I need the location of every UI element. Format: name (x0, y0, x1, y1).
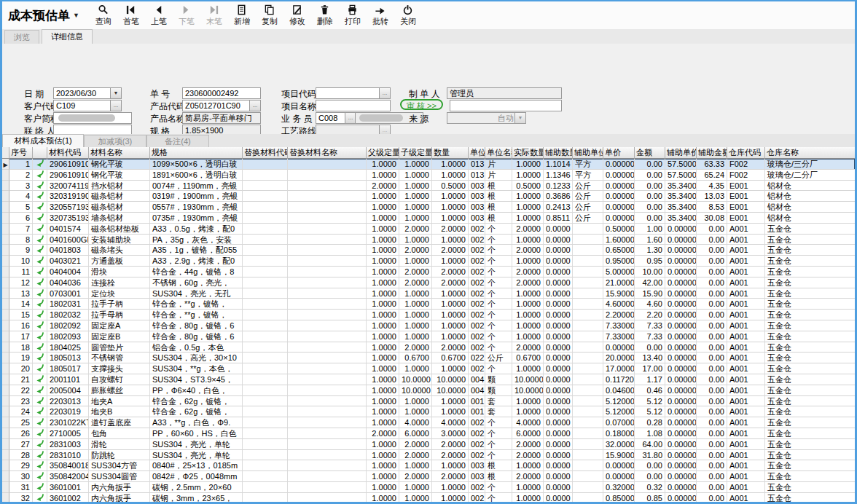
row-indicator[interactable] (2, 471, 9, 482)
cell[interactable]: 2.0000 (432, 277, 469, 288)
column-header[interactable]: 材料代码 (47, 147, 89, 159)
cell[interactable]: 0404036 (47, 277, 89, 288)
cell[interactable]: 0.28 (635, 417, 665, 428)
cell[interactable]: 0.00000 (603, 181, 635, 192)
cell[interactable] (573, 310, 603, 320)
cell[interactable]: 锌合金，62g，镀铬， (150, 406, 243, 417)
cell[interactable]: A001 (727, 299, 765, 310)
cell[interactable]: 滑轮 (89, 439, 150, 450)
cell[interactable]: 1.60000 (603, 235, 635, 245)
cell[interactable]: 6.0000 (512, 428, 544, 439)
cell[interactable]: 0.00000 (603, 460, 635, 471)
cell[interactable]: 002 (469, 428, 485, 439)
cell[interactable]: 五金仓 (765, 224, 855, 235)
cell[interactable]: 1.0000 (432, 256, 469, 267)
cell[interactable]: 安装辅助块 (89, 235, 150, 245)
cell[interactable]: 0.3686 (544, 191, 573, 202)
row-indicator[interactable] (2, 331, 9, 342)
cell[interactable] (288, 374, 367, 385)
cell[interactable]: 0.0000 (544, 396, 573, 407)
cell[interactable]: 0842#，Φ25，0048mm (150, 471, 243, 482)
cell[interactable]: 五金仓 (765, 277, 855, 288)
cell[interactable]: 1.0000 (399, 299, 432, 310)
cell[interactable]: A001 (727, 396, 765, 407)
status-icon-cell[interactable] (33, 439, 47, 450)
cell[interactable]: 2.0000 (432, 450, 469, 461)
cell[interactable]: 1.0000 (367, 202, 399, 213)
cell[interactable]: 地夹A (89, 396, 150, 407)
cell[interactable]: 支撑接头 (89, 363, 150, 374)
cell[interactable]: 1.0000 (399, 256, 432, 267)
cell[interactable]: 0.00000 (665, 342, 697, 353)
cell[interactable] (573, 288, 603, 299)
cell[interactable]: 10.0000 (512, 374, 544, 385)
cell[interactable]: 23 (9, 396, 33, 407)
table-row[interactable]: 323601002内六角扳手碳钢，3mm，23×65，1.00001.00001… (2, 493, 855, 504)
cell[interactable]: 0.00000 (665, 267, 697, 277)
table-row[interactable]: 232203013地夹A锌合金，62g，镀铬，1.00001.00001.000… (2, 396, 855, 407)
cell[interactable]: 根 (485, 213, 512, 224)
cell[interactable] (288, 191, 367, 202)
cell[interactable]: 套 (485, 406, 512, 417)
cell[interactable]: SUS304，高光，30×10 (150, 353, 243, 363)
cell[interactable]: 0.00000 (665, 460, 697, 471)
cell[interactable]: 002 (469, 288, 485, 299)
cell[interactable]: 锌合金，62g，镀铬， (150, 396, 243, 407)
cell[interactable]: 五金仓 (765, 460, 855, 471)
cell[interactable]: A001 (727, 224, 765, 235)
cell[interactable]: 0.0000 (544, 342, 573, 353)
cell[interactable]: 27 (9, 439, 33, 450)
cell[interactable]: 42.00 (635, 277, 665, 288)
cell[interactable]: A001 (727, 374, 765, 385)
customer-code-lookup-icon[interactable]: … (110, 100, 122, 111)
cell[interactable]: 2.0000 (512, 450, 544, 461)
cell[interactable]: 1.0000 (367, 331, 399, 342)
cell[interactable]: 8.53 (697, 202, 727, 213)
cell[interactable]: 自攻螺钉 (89, 374, 150, 385)
cell[interactable]: 15.90000 (603, 450, 635, 461)
cell[interactable]: 2.0000 (512, 471, 544, 482)
table-row[interactable]: 33200741190挡水铝材0074#，1190mm，亮银2.00001.00… (2, 181, 855, 192)
cell[interactable]: 1.0000 (399, 288, 432, 299)
cell[interactable]: 0.00 (697, 439, 727, 450)
cell[interactable]: 1.1014 (544, 159, 573, 170)
cell[interactable]: 0403021 (47, 256, 89, 267)
cell[interactable]: 1.0000 (432, 482, 469, 493)
cell[interactable] (573, 224, 603, 235)
cell[interactable]: 1.0000 (399, 310, 432, 320)
cell[interactable]: 0.00000 (665, 299, 697, 310)
cell[interactable]: 1.0000 (432, 406, 469, 417)
cell[interactable]: 1.0000 (367, 482, 399, 493)
cell[interactable]: 1.0000 (432, 202, 469, 213)
cell[interactable]: 5.12000 (603, 406, 635, 417)
cell[interactable]: 001 (469, 396, 485, 407)
cell[interactable]: 锌合金，80g，镀铬，6 (150, 331, 243, 342)
cell[interactable]: 9 (9, 245, 33, 256)
status-icon-cell[interactable] (33, 213, 47, 224)
table-row[interactable]: 171802093固定座B锌合金，80g，镀铬，61.00001.00001.0… (2, 331, 855, 342)
row-indicator[interactable] (2, 277, 9, 288)
cell[interactable]: 3.0000 (432, 428, 469, 439)
cell[interactable]: 1.0000 (399, 213, 432, 224)
cell[interactable]: 0.00 (635, 159, 665, 170)
cell[interactable]: 0.00000 (603, 159, 635, 170)
row-indicator[interactable] (2, 374, 9, 385)
cell[interactable]: 1.0000 (512, 213, 544, 224)
cell[interactable]: 7.33 (635, 331, 665, 342)
cell[interactable]: 1099×500×6，透明白玻 (150, 159, 243, 170)
cell[interactable]: 个 (485, 224, 512, 235)
cell[interactable]: 1.0000 (367, 385, 399, 396)
cell[interactable]: 002 (469, 299, 485, 310)
cell[interactable]: 1.0000 (399, 181, 432, 192)
cell[interactable]: 五金仓 (765, 235, 855, 245)
cell[interactable]: 0.0000 (544, 374, 573, 385)
cell[interactable]: 平方 (573, 159, 603, 170)
cell[interactable]: 道钉盖底座 (89, 417, 150, 428)
column-header[interactable]: 仓库代码 (727, 147, 765, 159)
cell[interactable] (243, 320, 288, 331)
cell[interactable]: 平方 (573, 170, 603, 181)
cell[interactable]: 004 (469, 385, 485, 396)
cell[interactable]: 个 (485, 277, 512, 288)
cell[interactable]: 五金仓 (765, 245, 855, 256)
cell[interactable]: 1.0000 (367, 245, 399, 256)
